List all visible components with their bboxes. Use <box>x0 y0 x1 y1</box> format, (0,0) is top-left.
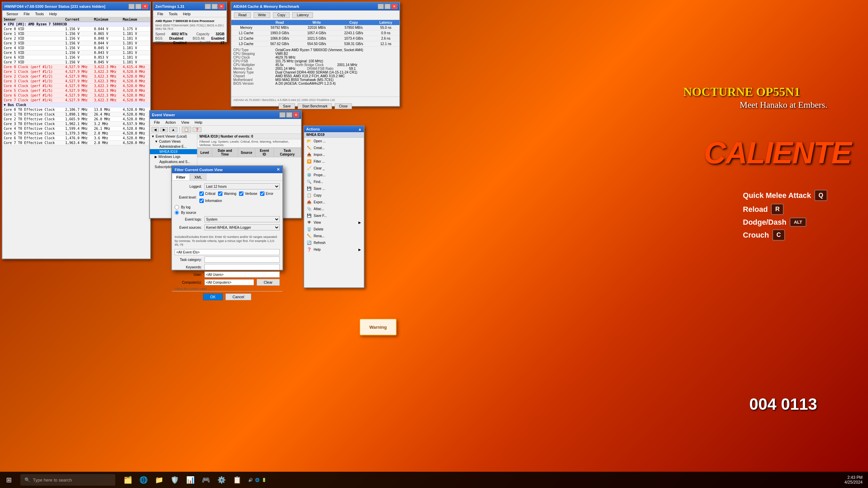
ev-tree-apps[interactable]: Applications and S... <box>150 159 197 164</box>
filter-by-source-radio-label[interactable]: By source <box>175 210 280 215</box>
actions-refresh[interactable]: 🔄 Refresh <box>304 239 364 246</box>
hwinfo-menu-help[interactable]: Help <box>46 11 60 17</box>
ev-menu-file[interactable]: File <box>151 120 163 125</box>
aida64-minimize[interactable]: _ <box>378 4 384 9</box>
hwinfo-menu-file[interactable]: File <box>21 11 33 17</box>
aida64-save-btn[interactable]: Save <box>279 103 295 109</box>
filter-logged-select[interactable]: Last 12 hours <box>204 183 280 189</box>
ev-close[interactable]: ✕ <box>293 112 299 118</box>
zen-menu-tools[interactable]: Tools <box>166 11 180 17</box>
ev-properties-btn[interactable]: 📋 <box>182 127 191 133</box>
hwinfo-maximize-btn[interactable]: □ <box>135 4 141 9</box>
filter-by-source-radio[interactable] <box>175 210 179 215</box>
actions-save[interactable]: 💾 Save ... <box>304 185 364 192</box>
filter-error-checkbox[interactable] <box>260 191 264 196</box>
filter-event-logs-select[interactable]: System <box>204 216 280 222</box>
filter-info-label[interactable]: Information <box>199 199 222 203</box>
ev-back-btn[interactable]: ◀ <box>152 127 159 132</box>
tray-icon-sound[interactable]: 🔊 <box>248 478 253 482</box>
actions-delete[interactable]: 🗑️ Delete <box>304 226 364 232</box>
zen-menu-file[interactable]: File <box>155 11 166 17</box>
hwinfo-menu-sensor[interactable]: Sensor <box>4 11 21 17</box>
taskbar-icon-game[interactable]: 🎮 <box>199 473 213 487</box>
ev-tree-custom-views[interactable]: ▼ Custom Views <box>150 139 197 144</box>
tray-icon-network[interactable]: 🌐 <box>255 478 260 482</box>
filter-verbose-checkbox[interactable] <box>239 191 243 196</box>
aida64-copy-btn[interactable]: Copy <box>273 12 290 18</box>
taskbar-icon-task-view[interactable]: 🗂️ <box>121 473 135 487</box>
ev-menu-help[interactable]: Help <box>192 120 205 125</box>
ev-menu-view[interactable]: View <box>178 120 192 125</box>
aida64-close-btn[interactable]: ✕ <box>391 4 397 9</box>
filter-critical-checkbox[interactable] <box>199 191 204 196</box>
actions-open[interactable]: 📂 Open ... <box>304 138 364 144</box>
actions-savef[interactable]: 💾 Save F... <box>304 212 364 219</box>
zentimings-controls[interactable]: _ □ ✕ <box>205 4 224 9</box>
actions-clear[interactable]: 🧹 Clear _ <box>304 165 364 171</box>
ev-tree-admin[interactable]: Administrative E... <box>150 144 197 149</box>
filter-event-ids-input[interactable] <box>175 249 280 255</box>
hwinfo-window-controls[interactable]: _ □ ✕ <box>129 4 148 9</box>
ev-tree-whea[interactable]: WHEA ID19 <box>150 149 197 154</box>
hwinfo-menu-tools[interactable]: Tools <box>33 11 47 17</box>
filter-verbose-label[interactable]: Verbose <box>239 191 257 196</box>
filter-info-checkbox[interactable] <box>199 199 204 203</box>
taskbar-search-box[interactable]: 🔍 Type here to search <box>20 474 115 486</box>
filter-cancel-btn[interactable]: Cancel <box>225 293 251 300</box>
ev-tree-root[interactable]: ▼ Event Viewer (Local) <box>150 134 197 139</box>
filter-event-sources-select[interactable]: Kernel-WHEA, WHEA-Logger <box>204 224 280 230</box>
aida64-latency-btn[interactable]: Latency <box>292 12 313 18</box>
aida64-write-btn[interactable]: Write <box>254 12 270 18</box>
tray-icon-battery[interactable]: 🔋 <box>262 478 267 482</box>
filter-keywords-input[interactable] <box>204 264 280 270</box>
taskbar-icon-explorer[interactable]: 📁 <box>152 473 166 487</box>
zentimings-minimize[interactable]: _ <box>205 4 211 9</box>
filter-tab-xml[interactable]: XML <box>190 174 206 180</box>
filter-computer-input[interactable] <box>204 279 254 285</box>
actions-attach[interactable]: 📎 Attac... <box>304 205 364 212</box>
ev-minimize[interactable]: _ <box>279 112 285 118</box>
aida64-start-benchmark-btn[interactable]: Start Benchmark <box>298 103 332 109</box>
taskbar-icon-monitor[interactable]: 📊 <box>183 473 197 487</box>
aida64-maximize[interactable]: □ <box>384 4 391 9</box>
taskbar-icon-app1[interactable]: ⚙️ <box>214 473 229 487</box>
ev-menu-action[interactable]: Action <box>163 120 179 125</box>
hwinfo-minimize-btn[interactable]: _ <box>129 4 135 9</box>
filter-tab-filter[interactable]: Filter <box>172 174 190 180</box>
ev-maximize[interactable]: □ <box>286 112 292 118</box>
actions-import[interactable]: 📥 Impor... <box>304 151 364 158</box>
aida64-controls[interactable]: _ □ ✕ <box>378 4 397 9</box>
taskbar-clock[interactable]: 2:43 PM 4/25/2024 <box>845 475 868 485</box>
filter-user-input[interactable] <box>204 271 280 278</box>
taskbar-start-button[interactable]: ⊞ <box>0 472 18 488</box>
ev-help-btn[interactable]: ❓ <box>193 127 201 132</box>
taskbar-icon-app2[interactable]: 📋 <box>230 473 244 487</box>
actions-filter[interactable]: 🔽 Filter ... <box>304 158 364 165</box>
actions-copy[interactable]: 📋 Copy <box>304 192 364 199</box>
filter-ok-btn[interactable]: OK <box>203 293 223 300</box>
filter-by-log-radio-label[interactable]: By log <box>175 205 280 209</box>
actions-rename[interactable]: ✏️ Rena... <box>304 232 364 239</box>
zen-menu-help[interactable]: Help <box>180 11 193 17</box>
filter-close-icon[interactable]: ✕ <box>277 167 280 172</box>
hwinfo-close-btn[interactable]: ✕ <box>142 4 148 9</box>
hwinfo-section-row[interactable]: ▼ Bus Clock <box>2 103 150 107</box>
zentimings-maximize[interactable]: □ <box>212 4 218 9</box>
event-viewer-controls[interactable]: _ □ ✕ <box>279 112 299 118</box>
zentimings-close[interactable]: ✕ <box>218 4 224 9</box>
actions-export[interactable]: 📤 Expor... <box>304 199 364 205</box>
actions-create[interactable]: ✏️ Creat... <box>304 144 364 151</box>
filter-critical-label[interactable]: Critical <box>199 191 216 196</box>
aida64-read-btn[interactable]: Read <box>234 12 251 18</box>
filter-warning-label[interactable]: Warning <box>218 191 236 196</box>
actions-find[interactable]: 🔍 Find... <box>304 178 364 185</box>
ev-up-btn[interactable]: ▲ <box>169 127 177 132</box>
actions-properties[interactable]: ⚙️ Prope... <box>304 171 364 178</box>
actions-help[interactable]: ❓ Help ▶ <box>304 246 364 253</box>
taskbar-icon-shield[interactable]: 🛡️ <box>167 473 182 487</box>
ev-forward-btn[interactable]: ▶ <box>160 127 168 132</box>
taskbar-icon-chrome[interactable]: 🌐 <box>136 473 151 487</box>
filter-warning-checkbox[interactable] <box>218 191 222 196</box>
aida64-close-action-btn[interactable]: Close <box>335 103 352 109</box>
filter-by-log-radio[interactable] <box>175 205 179 209</box>
